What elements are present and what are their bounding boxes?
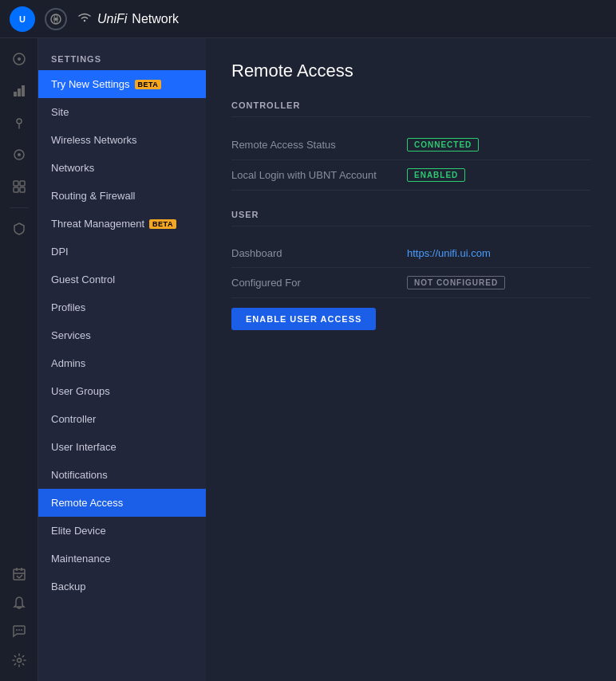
configured-for-label: Configured For [231,277,407,289]
sidebar-item-label: Guest Control [51,274,115,285]
sidebar-item-label: Controller [51,413,96,425]
sidebar-item-label: DPI [51,246,69,258]
bell-nav-item[interactable] [5,588,34,617]
sidebar-item-label: Services [51,329,91,341]
remote-access-status-row: Remote Access Status CONNECTED [231,130,590,160]
enable-user-access-button[interactable]: ENABLE USER ACCESS [231,308,376,330]
sidebar-item-services[interactable]: Services [38,321,206,349]
content-area: Remote Access CONTROLLER Remote Access S… [206,38,616,681]
nav-divider [10,207,29,208]
sidebar-item-label: User Groups [51,385,110,397]
sidebar-item-user-groups[interactable]: User Groups [38,377,206,405]
sidebar-item-remote-access[interactable]: Remote Access [38,489,206,517]
topbar: U UniFi Network [0,0,616,38]
beta-badge-try-new: BETA [135,80,162,89]
sidebar-item-label: Notifications [51,469,108,481]
sidebar-item-profiles[interactable]: Profiles [38,293,206,321]
svg-point-5 [18,57,21,61]
svg-text:U: U [19,14,26,24]
svg-point-25 [17,659,21,663]
svg-rect-6 [14,92,17,96]
sidebar-item-user-interface[interactable]: User Interface [38,433,206,461]
sidebar-item-threat-management[interactable]: Threat Management BETA [38,210,206,238]
not-configured-badge: NOT CONFIGURED [407,276,505,289]
svg-rect-13 [20,181,25,186]
sidebar-item-dpi[interactable]: DPI [38,238,206,266]
remote-access-status-value: CONNECTED [407,138,479,152]
icon-nav-bottom [5,560,34,675]
dashboard-row: Dashboard https://unifi.ui.com [231,239,590,268]
local-login-row: Local Login with UBNT Account ENABLED [231,160,590,191]
sidebar-item-controller[interactable]: Controller [38,405,206,433]
sidebar-item-notifications[interactable]: Notifications [38,461,206,489]
stats-nav-item[interactable] [5,172,34,201]
main-layout: SETTINGS Try New Settings BETA Site Wire… [0,38,616,681]
svg-rect-14 [14,187,18,192]
configured-for-row: Configured For NOT CONFIGURED [231,268,590,298]
enabled-badge: ENABLED [407,168,465,182]
sidebar-item-label: Maintenance [51,553,110,565]
sidebar-item-label: Remote Access [51,497,123,509]
sidebar-item-backup[interactable]: Backup [38,573,206,600]
wifi-icon [77,12,93,26]
svg-rect-7 [18,89,21,96]
dashboard-label: Dashboard [231,247,407,259]
brand-product: Network [132,12,179,26]
sidebar-item-maintenance[interactable]: Maintenance [38,545,206,573]
page-title: Remote Access [231,61,590,81]
local-login-label: Local Login with UBNT Account [231,169,407,181]
connected-badge: CONNECTED [407,138,479,152]
schedule-nav-item[interactable] [5,560,34,588]
shield-nav-item[interactable] [5,215,34,243]
dashboard-value: https://unifi.ui.com [407,247,491,259]
sidebar-item-elite-device[interactable]: Elite Device [38,517,206,545]
home-nav-item[interactable] [5,45,34,73]
local-login-value: ENABLED [407,168,465,182]
dashboard-link[interactable]: https://unifi.ui.com [407,247,491,259]
devices-nav-item[interactable] [5,140,34,169]
svg-rect-12 [14,181,18,186]
svg-point-11 [18,153,21,156]
sidebar-item-label: Profiles [51,301,85,313]
settings-nav-item[interactable] [5,646,34,675]
svg-point-22 [16,629,18,631]
icon-nav [0,38,38,681]
remote-access-status-label: Remote Access Status [231,139,407,151]
brand-name: UniFi [97,12,127,26]
svg-point-24 [21,629,22,631]
sidebar-item-label: User Interface [51,441,116,453]
user-section-title: USER [231,210,590,226]
sidebar-item-admins[interactable]: Admins [38,349,206,377]
svg-point-9 [17,119,22,124]
configured-for-value: NOT CONFIGURED [407,276,505,289]
sidebar-item-networks[interactable]: Networks [38,154,206,182]
sidebar-item-try-new-settings[interactable]: Try New Settings BETA [38,70,206,98]
svg-point-3 [54,18,57,21]
user-section: USER Dashboard https://unifi.ui.com Conf… [231,210,590,330]
sidebar-item-site[interactable]: Site [38,98,206,126]
sidebar-item-label: Wireless Networks [51,134,137,146]
sidebar-item-label: Routing & Firewall [51,190,136,202]
map-nav-item[interactable] [5,108,34,137]
svg-rect-15 [20,187,25,192]
sidebar-item-label: Networks [51,162,94,174]
beta-badge-threat: BETA [149,219,176,229]
sidebar-item-wireless-networks[interactable]: Wireless Networks [38,126,206,154]
sidebar-item-label: Site [51,106,69,118]
dashboard-nav-item[interactable] [5,77,34,105]
controller-section-title: CONTROLLER [231,100,590,117]
svg-point-23 [18,629,20,631]
svg-rect-16 [14,569,25,580]
chat-nav-item[interactable] [5,617,34,646]
brand-title: UniFi Network [77,12,179,26]
sidebar-item-label: Admins [51,357,85,369]
settings-sidebar: SETTINGS Try New Settings BETA Site Wire… [38,38,206,681]
svg-rect-8 [22,85,25,96]
sidebar-item-label: Threat Management [51,218,144,230]
network-status-icon [45,8,67,30]
sidebar-item-routing-firewall[interactable]: Routing & Firewall [38,182,206,210]
sidebar-item-label: Elite Device [51,525,106,537]
sidebar-item-guest-control[interactable]: Guest Control [38,266,206,293]
ubiquiti-logo[interactable]: U [10,6,35,32]
sidebar-item-label: Backup [51,581,85,592]
